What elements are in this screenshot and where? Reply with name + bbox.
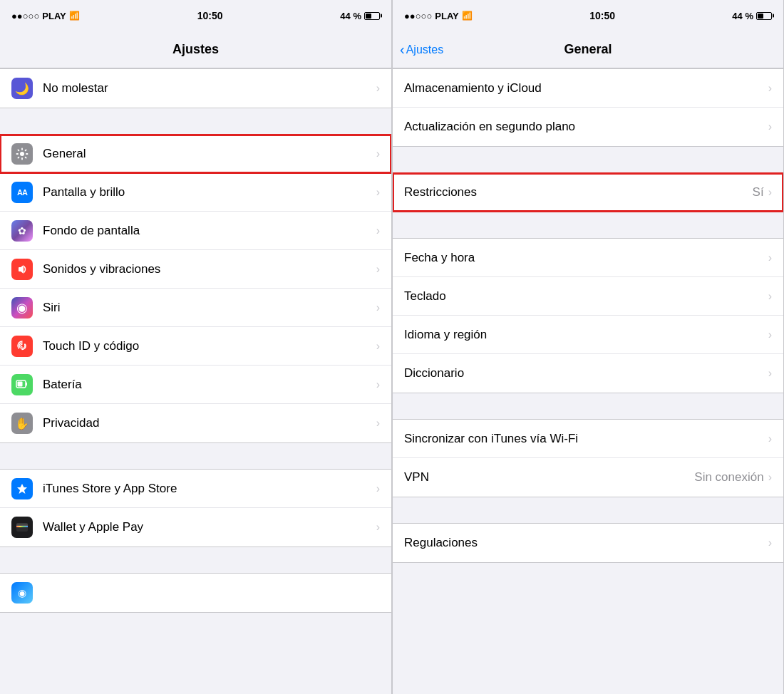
right-nav-title: General <box>564 42 612 57</box>
row-regulaciones[interactable]: Regulaciones › <box>393 524 783 562</box>
right-status-bar: ●●○○○ PLAY 📶 10:50 44 % <box>393 0 783 31</box>
partial-icon: ◉ <box>11 582 33 604</box>
left-status-bar: ●●○○○ ●●○○○ PLAY PLAY 📶 10:50 44 % <box>0 0 391 31</box>
diccionario-label: Diccionario <box>404 366 768 380</box>
row-idioma[interactable]: Idioma y región › <box>393 316 783 354</box>
right-nav-bar: ‹ Ajustes General <box>393 31 783 68</box>
row-teclado[interactable]: Teclado › <box>393 277 783 316</box>
left-battery: 44 % <box>340 11 380 21</box>
row-actualizacion[interactable]: Actualización en segundo plano › <box>393 108 783 146</box>
actualizacion-chevron: › <box>768 120 772 133</box>
row-touchid[interactable]: Touch ID y código › <box>0 327 391 366</box>
right-wifi-icon: 📶 <box>462 11 473 21</box>
almacenamiento-chevron: › <box>768 82 772 95</box>
row-almacenamiento[interactable]: Almacenamiento y iCloud › <box>393 69 783 108</box>
row-restricciones[interactable]: Restricciones Sí › <box>393 173 783 212</box>
row-fondo[interactable]: ✿ Fondo de pantalla › <box>0 212 391 250</box>
left-nav-title: Ajustes <box>172 42 219 57</box>
row-partial[interactable]: ◉ <box>0 574 391 612</box>
fondo-chevron: › <box>376 224 380 237</box>
svg-point-0 <box>20 152 24 156</box>
wallet-label: Wallet y Apple Pay <box>43 520 376 534</box>
itunes-chevron: › <box>376 482 380 495</box>
right-time: 10:50 <box>589 10 615 21</box>
siri-label: Siri <box>43 301 376 315</box>
left-panel: ●●○○○ ●●○○○ PLAY PLAY 📶 10:50 44 % Ajust… <box>0 0 392 694</box>
row-sincronizar[interactable]: Sincronizar con iTunes vía Wi-Fi › <box>393 420 783 458</box>
left-section-0: 🌙 No molestar › <box>0 68 391 108</box>
privacidad-label: Privacidad <box>43 416 376 430</box>
row-privacidad[interactable]: ✋ Privacidad › <box>0 404 391 442</box>
battery-icon <box>364 12 380 20</box>
sonidos-icon <box>11 259 33 280</box>
general-icon <box>11 143 33 165</box>
almacenamiento-label: Almacenamiento y iCloud <box>404 81 768 95</box>
sonidos-label: Sonidos y vibraciones <box>43 262 376 276</box>
left-group-0: 🌙 No molestar › <box>0 68 391 108</box>
back-label: Ajustes <box>406 43 443 56</box>
left-gap-2 <box>0 443 391 469</box>
right-gap-3 <box>393 393 783 419</box>
row-siri[interactable]: ◉ Siri › <box>0 289 391 327</box>
left-gap-1 <box>0 108 391 134</box>
row-general[interactable]: General › <box>0 135 391 173</box>
right-signal: ●●○○○ PLAY 📶 <box>404 11 473 21</box>
pantalla-label: Pantalla y brillo <box>43 185 376 200</box>
row-diccionario[interactable]: Diccionario › <box>393 354 783 393</box>
left-section-1: General › AA Pantalla y brillo › ✿ Fondo… <box>0 134 391 443</box>
siri-chevron: › <box>376 301 380 314</box>
row-sonidos[interactable]: Sonidos y vibraciones › <box>0 250 391 289</box>
fondo-icon: ✿ <box>11 220 33 242</box>
left-time: 10:50 <box>197 10 223 21</box>
regulaciones-chevron: › <box>768 537 772 549</box>
left-group-3: ◉ <box>0 573 391 613</box>
sincronizar-chevron: › <box>768 433 772 445</box>
idioma-label: Idioma y región <box>404 328 768 342</box>
restricciones-chevron: › <box>768 186 772 199</box>
sincronizar-label: Sincronizar con iTunes vía Wi-Fi <box>404 432 768 446</box>
svg-rect-2 <box>26 382 27 385</box>
restricciones-label: Restricciones <box>404 185 753 200</box>
no-molestar-icon: 🌙 <box>11 78 33 99</box>
privacidad-chevron: › <box>376 417 380 430</box>
back-button[interactable]: ‹ Ajustes <box>400 41 443 58</box>
touchid-chevron: › <box>376 340 380 353</box>
touchid-label: Touch ID y código <box>43 339 376 353</box>
right-gap-2 <box>393 212 783 238</box>
row-itunes[interactable]: iTunes Store y App Store › <box>0 470 391 508</box>
actualizacion-label: Actualización en segundo plano <box>404 120 768 134</box>
row-no-molestar[interactable]: 🌙 No molestar › <box>0 69 391 108</box>
sonidos-chevron: › <box>376 263 380 276</box>
left-group-1: General › AA Pantalla y brillo › ✿ Fondo… <box>0 134 391 443</box>
wallet-chevron: › <box>376 521 380 534</box>
svg-rect-8 <box>16 526 28 527</box>
general-label: General <box>43 147 376 161</box>
bateria-label: Batería <box>43 378 376 392</box>
right-gap-4 <box>393 497 783 523</box>
bateria-chevron: › <box>376 378 380 391</box>
row-vpn[interactable]: VPN Sin conexión › <box>393 458 783 497</box>
row-bateria[interactable]: Batería › <box>0 366 391 404</box>
idioma-chevron: › <box>768 328 772 341</box>
left-group-2: iTunes Store y App Store › <box>0 469 391 547</box>
back-chevron-icon: ‹ <box>400 41 405 58</box>
right-battery: 44 % <box>732 11 772 21</box>
no-molestar-chevron: › <box>376 82 380 95</box>
itunes-label: iTunes Store y App Store <box>43 482 376 496</box>
wifi-icon: 📶 <box>69 11 80 21</box>
teclado-label: Teclado <box>404 289 768 304</box>
row-pantalla[interactable]: AA Pantalla y brillo › <box>0 173 391 212</box>
left-settings-list[interactable]: 🌙 No molestar › General <box>0 68 391 694</box>
pantalla-icon: AA <box>11 182 33 203</box>
row-fechahora[interactable]: Fecha y hora › <box>393 239 783 277</box>
right-group-2: Fecha y hora › Teclado › Idioma y región… <box>393 238 783 393</box>
vpn-value: Sin conexión <box>694 470 763 485</box>
left-signal: ●●○○○ ●●○○○ PLAY PLAY 📶 <box>11 11 80 21</box>
regulaciones-label: Regulaciones <box>404 536 768 550</box>
right-settings-list[interactable]: Almacenamiento y iCloud › Actualización … <box>393 68 783 694</box>
fechahora-label: Fecha y hora <box>404 251 768 265</box>
left-section-2: iTunes Store y App Store › <box>0 469 391 547</box>
restricciones-value: Sí <box>753 185 764 200</box>
row-wallet[interactable]: Wallet y Apple Pay › <box>0 508 391 547</box>
no-molestar-label: No molestar <box>43 81 376 95</box>
